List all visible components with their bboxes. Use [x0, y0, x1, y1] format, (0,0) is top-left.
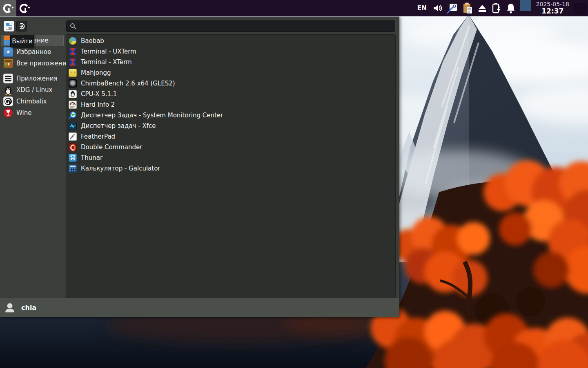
- clock[interactable]: 2025-05-18 12:37: [535, 0, 571, 16]
- sidebar-item-xdg-linux[interactable]: XDG / Linux: [1, 84, 64, 96]
- notifications-bell-icon[interactable]: [506, 0, 516, 16]
- chimbalix-logo-icon: [19, 3, 30, 14]
- chimbalix-launcher-button[interactable]: [16, 0, 33, 16]
- sidebar-item-label: Все приложения: [16, 60, 70, 67]
- sidebar-item-label: Chimbalix: [16, 98, 47, 105]
- date-label: 2025-05-18: [536, 1, 569, 7]
- app-label: ChimbaBench 2.6 x64 (GLES2): [81, 80, 175, 87]
- app-row-thunar[interactable]: Thunar: [66, 153, 395, 163]
- all-applications-icon: [3, 58, 13, 68]
- top-panel: EN: [0, 0, 588, 16]
- favorites-icon: ★: [3, 47, 13, 57]
- keyboard-layout-indicator[interactable]: EN: [416, 0, 429, 16]
- linux-tux-icon: [3, 85, 13, 95]
- search-bar[interactable]: [66, 20, 395, 32]
- sidebar-item-label: Приложения: [16, 75, 58, 82]
- app-row-xterm[interactable]: Terminal - XTerm: [66, 57, 395, 67]
- app-row-chimbabench[interactable]: ChimbaBench 2.6 x64 (GLES2): [66, 78, 395, 89]
- cpux-penguin-icon: [69, 90, 77, 98]
- sidebar-item-chimbalix[interactable]: Chimbalix: [1, 96, 64, 107]
- tray-square[interactable]: [520, 0, 531, 11]
- sidebar-item-all-applications[interactable]: Все приложения: [1, 58, 64, 69]
- eject-icon[interactable]: [477, 0, 488, 16]
- chimbalix-icon: [3, 96, 13, 106]
- baobab-pie-icon: [69, 37, 77, 45]
- battery-charging-icon[interactable]: [491, 0, 502, 16]
- app-label: Mahjongg: [81, 69, 111, 76]
- app-row-baobab[interactable]: Baobab: [66, 36, 395, 46]
- xfce-taskmanager-icon: [69, 122, 77, 130]
- logout-icon: [18, 22, 25, 30]
- toggle-off-icon: [6, 27, 12, 30]
- app-label: Диспетчер Задач - System Monitoring Cent…: [81, 112, 223, 119]
- app-label: Диспетчер задач - Xfce: [81, 122, 156, 130]
- sidebar-item-label: XDG / Linux: [16, 86, 52, 94]
- menu-launcher-button[interactable]: [0, 0, 16, 16]
- app-row-galculator[interactable]: Калькулятор - Galculator: [66, 163, 395, 174]
- app-label: Baobab: [81, 37, 104, 45]
- app-label: Double Commander: [81, 144, 142, 151]
- mahjongg-tile-icon: [69, 69, 77, 77]
- user-name: chia: [21, 304, 36, 312]
- applications-category-icon: [3, 74, 13, 83]
- clipboard-icon[interactable]: [462, 0, 473, 16]
- thunar-drawers-icon: [69, 154, 77, 162]
- logout-button[interactable]: [16, 21, 27, 31]
- sidebar-item-favorites[interactable]: ★ Избранное: [1, 46, 64, 58]
- settings-toggles-button[interactable]: [4, 21, 14, 31]
- hardinfo-gauge-icon: [69, 101, 77, 109]
- workspace-pager-icon[interactable]: [575, 3, 586, 14]
- wine-icon: [3, 108, 13, 118]
- sidebar-item-label: Wine: [16, 109, 31, 117]
- app-label: Калькулятор - Galculator: [81, 165, 160, 172]
- app-row-cpux[interactable]: CPU-X 5.1.1: [66, 89, 395, 99]
- monitoring-magnifier-icon: [69, 111, 77, 119]
- volume-icon[interactable]: [432, 0, 443, 16]
- app-row-featherpad[interactable]: FeatherPad: [66, 131, 395, 142]
- sidebar-item-wine[interactable]: Wine: [1, 107, 64, 119]
- galculator-icon: [69, 164, 77, 173]
- sidebar-item-applications[interactable]: Приложения: [1, 73, 64, 84]
- app-row-xfce-taskmanager[interactable]: Диспетчер задач - Xfce: [66, 121, 395, 131]
- application-menu: Недавние ★ Избранное Все приложения Прил…: [0, 16, 399, 317]
- search-icon: [70, 23, 76, 29]
- tablet-tool-icon[interactable]: [447, 0, 458, 16]
- app-label: Terminal - UXTerm: [81, 48, 136, 55]
- app-row-hardinfo[interactable]: Hard Info 2: [66, 99, 395, 110]
- time-label: 12:37: [541, 7, 564, 16]
- app-label: Thunar: [81, 154, 102, 162]
- logout-tooltip: Выйти: [10, 35, 34, 47]
- xterm-icon: [69, 58, 77, 66]
- xterm-icon: [69, 47, 77, 56]
- desktop: EN: [0, 0, 588, 368]
- user-bar[interactable]: chia: [0, 298, 399, 317]
- chimbabench-icon: [69, 79, 77, 88]
- search-input[interactable]: [79, 23, 392, 29]
- sidebar-item-label: Избранное: [16, 48, 51, 56]
- double-commander-icon: [69, 143, 77, 151]
- application-list: Baobab Terminal - UXTerm: [66, 34, 396, 298]
- app-label: CPU-X 5.1.1: [81, 90, 117, 98]
- user-avatar-icon: [3, 301, 16, 314]
- app-label: FeatherPad: [81, 133, 115, 140]
- app-row-double-commander[interactable]: Double Commander: [66, 142, 395, 153]
- system-tray: EN: [416, 0, 588, 16]
- app-row-system-monitoring-center[interactable]: Диспетчер Задач - System Monitoring Cent…: [66, 110, 395, 121]
- app-label: Terminal - XTerm: [81, 58, 132, 66]
- app-row-mahjongg[interactable]: Mahjongg: [66, 67, 395, 78]
- toggle-on-icon: [6, 23, 12, 26]
- app-row-uxterm[interactable]: Terminal - UXTerm: [66, 46, 395, 57]
- app-label: Hard Info 2: [81, 101, 115, 108]
- chimbalix-logo-icon: [3, 3, 14, 14]
- featherpad-icon: [69, 132, 77, 141]
